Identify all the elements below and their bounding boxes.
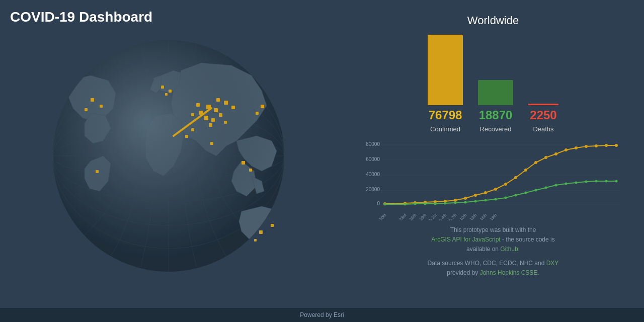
data-point	[271, 224, 274, 227]
data-point	[231, 106, 235, 109]
deaths-stat: 2250 Deaths	[528, 25, 558, 133]
svg-text:Jan 20th: Jan 20th	[373, 213, 387, 220]
globe-area	[0, 0, 342, 312]
data-point	[256, 112, 259, 115]
data-point	[96, 170, 99, 173]
data-point	[259, 230, 263, 234]
deaths-bar	[528, 104, 558, 105]
data-point	[165, 93, 168, 96]
data-point	[204, 116, 208, 120]
svg-point-38	[605, 144, 608, 147]
svg-point-44	[434, 203, 437, 205]
data-point	[199, 111, 203, 115]
svg-point-27	[494, 188, 497, 191]
svg-point-50	[495, 198, 497, 201]
svg-point-51	[505, 197, 507, 199]
svg-point-52	[515, 194, 517, 197]
github-link[interactable]: Github.	[500, 246, 520, 253]
data-point	[91, 98, 94, 102]
data-point	[185, 135, 188, 138]
timeseries-chart: 80000 60000 40000 20000 0	[362, 140, 624, 220]
data-point	[210, 142, 213, 145]
stats-chart: 76798 Confirmed 18870 Recovered 2250 Dea…	[362, 32, 624, 133]
confirmed-bar	[428, 35, 463, 105]
deaths-label: Deaths	[533, 125, 553, 133]
svg-text:80000: 80000	[366, 141, 380, 147]
timeseries-svg: 80000 60000 40000 20000 0	[362, 140, 624, 220]
footer-note: This prototype was built with the ArcGIS…	[362, 225, 624, 278]
bottom-bar: Powered by Esri	[0, 308, 644, 322]
data-point	[169, 90, 172, 93]
svg-point-24	[464, 197, 467, 200]
svg-point-59	[585, 181, 588, 183]
svg-point-54	[535, 189, 537, 192]
powered-by-label: Powered by Esri	[300, 311, 344, 318]
dxy-link[interactable]: DXY	[546, 260, 559, 267]
svg-point-43	[424, 203, 427, 205]
svg-point-36	[585, 145, 588, 148]
svg-point-41	[404, 203, 407, 206]
svg-point-25	[474, 194, 477, 197]
data-point	[254, 239, 257, 242]
svg-point-45	[444, 202, 447, 205]
deaths-value: 2250	[530, 108, 556, 122]
svg-point-46	[454, 202, 457, 204]
svg-text:40000: 40000	[366, 172, 380, 177]
globe-svg	[25, 15, 317, 297]
svg-point-58	[575, 182, 578, 184]
svg-point-35	[575, 146, 578, 149]
svg-point-39	[615, 144, 618, 147]
recovered-value: 18870	[479, 108, 513, 122]
svg-point-48	[474, 200, 477, 203]
recovered-stat: 18870 Recovered	[478, 25, 513, 133]
svg-point-31	[534, 161, 537, 164]
data-point	[100, 105, 103, 108]
svg-point-37	[595, 144, 598, 147]
svg-point-26	[484, 191, 487, 194]
recovered-bar-container	[478, 25, 513, 105]
data-point	[242, 161, 245, 165]
data-point	[214, 108, 218, 112]
data-point	[211, 118, 215, 122]
data-point	[216, 98, 220, 102]
data-point	[224, 101, 228, 105]
data-point	[191, 128, 194, 131]
data-point	[206, 105, 211, 109]
data-point	[261, 105, 264, 108]
svg-point-29	[514, 176, 517, 179]
svg-point-42	[414, 203, 417, 205]
svg-point-53	[525, 192, 527, 194]
data-point	[219, 113, 222, 117]
data-point	[191, 113, 194, 116]
data-point	[224, 121, 227, 124]
footer-line1: This prototype was built with the ArcGIS…	[362, 225, 624, 255]
svg-text:0: 0	[377, 201, 380, 206]
svg-point-47	[464, 201, 467, 204]
svg-point-62	[615, 180, 618, 183]
right-panel: Worldwide 76798 Confirmed 18870 Recovere…	[342, 0, 644, 322]
recovered-label: Recovered	[480, 125, 512, 133]
svg-text:Jan 23rd: Jan 23rd	[393, 213, 407, 220]
data-point	[161, 86, 164, 89]
svg-point-23	[454, 199, 457, 202]
confirmed-value: 76798	[429, 108, 462, 122]
confirmed-stat: 76798 Confirmed	[428, 25, 463, 133]
svg-text:20000: 20000	[366, 187, 380, 192]
data-point	[209, 123, 212, 127]
svg-point-33	[554, 152, 557, 155]
confirmed-bar-container	[428, 25, 463, 105]
jh-link[interactable]: Johns Hopkins CSSE.	[480, 269, 539, 276]
svg-point-56	[555, 184, 557, 187]
svg-point-60	[595, 180, 598, 183]
arcgis-link[interactable]: ArcGIS API for JavaScript	[431, 236, 500, 243]
svg-point-30	[524, 169, 527, 172]
svg-point-57	[565, 183, 568, 185]
svg-point-40	[384, 203, 386, 206]
data-point	[85, 108, 88, 111]
svg-point-28	[504, 183, 507, 186]
deaths-bar-container	[528, 25, 558, 105]
svg-point-32	[544, 156, 547, 159]
svg-point-61	[605, 180, 608, 183]
confirmed-label: Confirmed	[430, 125, 460, 133]
footer-line2: Data sources WHO, CDC, ECDC, NHC and DXY…	[362, 259, 624, 278]
